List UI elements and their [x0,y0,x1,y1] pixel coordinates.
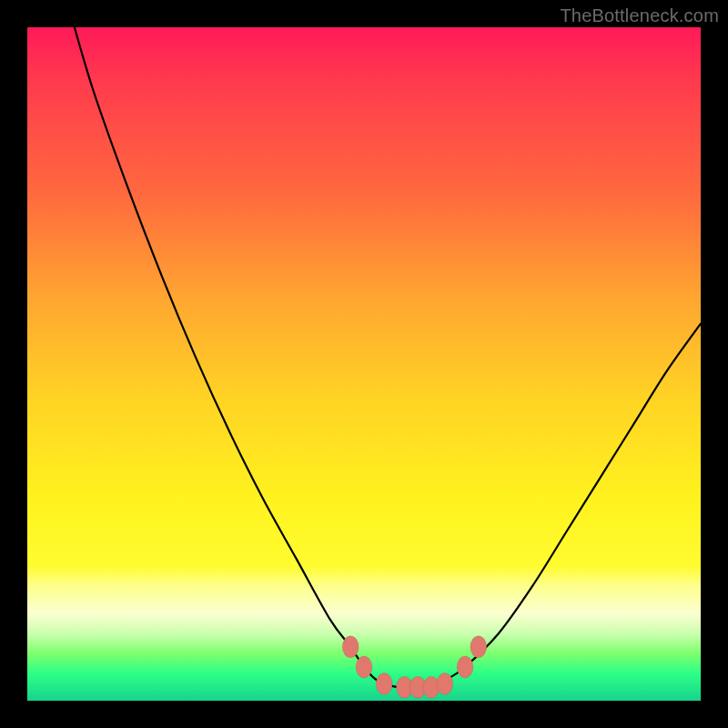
chart-frame: TheBottleneck.com [0,0,728,728]
chart-svg [27,27,701,701]
curve-marker [437,673,453,695]
curve-marker [470,636,487,658]
bottleneck-curve [75,27,701,688]
watermark-text: TheBottleneck.com [560,5,719,26]
curve-marker [342,636,359,658]
plot-area [27,27,701,701]
curve-marker [356,656,372,678]
marker-group [342,636,487,698]
curve-marker [376,673,392,695]
curve-marker [457,656,473,678]
